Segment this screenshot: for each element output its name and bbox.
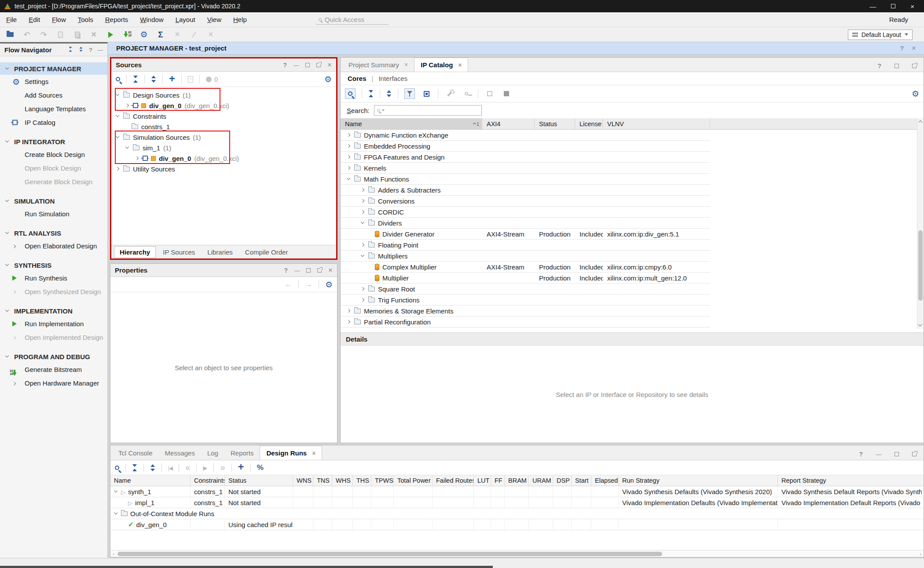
chevron-down-icon[interactable] <box>114 511 118 516</box>
help-icon[interactable] <box>859 451 863 457</box>
chevron-down-icon[interactable] <box>347 177 351 181</box>
delete-button[interactable] <box>89 30 99 40</box>
run-button[interactable] <box>106 30 115 40</box>
chevron-down-icon[interactable] <box>116 114 120 118</box>
expand-all-icon[interactable] <box>151 76 156 83</box>
tab-project-summary[interactable]: Project Summary× <box>342 58 414 72</box>
quick-access-search[interactable]: Quick Access <box>316 15 389 25</box>
ip-category-row[interactable]: Math Functions <box>341 174 710 185</box>
ip-core-row[interactable]: Complex MultiplierAXI4-StreamProductionI… <box>341 262 710 273</box>
open-project-button[interactable] <box>5 30 15 40</box>
add-repository-button[interactable] <box>421 88 432 99</box>
subtab-interfaces[interactable]: Interfaces <box>378 75 407 82</box>
chevron-right-icon[interactable] <box>361 243 365 247</box>
maximize-icon[interactable] <box>305 63 310 67</box>
gear-icon[interactable] <box>324 74 332 84</box>
scroll-right-icon[interactable]: › <box>917 551 924 557</box>
scrollbar-thumb[interactable] <box>117 552 662 556</box>
float-icon[interactable] <box>912 452 917 456</box>
help-icon[interactable] <box>283 62 287 68</box>
ip-core-row[interactable]: MultiplierProductionIncludedxilinx.com:i… <box>341 273 710 284</box>
fn-item-run-synthesis[interactable]: Run Synthesis <box>0 271 107 285</box>
run-row-synth-1[interactable]: synth_1 constrs_1 Not started Vivado Syn… <box>110 486 924 497</box>
fn-item-ip-catalog[interactable]: IP Catalog <box>0 116 107 129</box>
fn-item-run-simulation[interactable]: Run Simulation <box>0 207 107 221</box>
subtab-cores[interactable]: Cores <box>348 75 367 82</box>
tab-tcl-console[interactable]: Tcl Console <box>112 446 159 460</box>
ip-core-row[interactable]: Divider GeneratorAXI4-StreamProductionIn… <box>341 229 710 240</box>
ip-category-row[interactable]: Memories & Storage Elements <box>341 306 710 317</box>
filter-button[interactable] <box>404 88 415 99</box>
help-icon[interactable] <box>900 45 904 52</box>
tab-design-runs[interactable]: Design Runs× <box>260 446 322 460</box>
menu-file[interactable]: File <box>6 16 17 23</box>
section-header-program-debug[interactable]: PROGRAM AND DEBUG <box>0 350 107 363</box>
chevron-right-icon[interactable] <box>347 133 351 137</box>
horizontal-scrollbar[interactable]: ‹ › <box>110 550 924 557</box>
chevron-right-icon[interactable] <box>347 320 351 324</box>
help-icon[interactable] <box>89 47 92 53</box>
tab-compile-order[interactable]: Compile Order <box>240 247 293 258</box>
minimize-icon[interactable] <box>294 267 300 273</box>
section-header-implementation[interactable]: IMPLEMENTATION <box>0 305 107 317</box>
collapse-all-icon[interactable] <box>132 464 137 471</box>
close-icon[interactable]: × <box>404 61 408 68</box>
maximize-icon[interactable] <box>895 452 899 456</box>
tab-hierarchy[interactable]: Hierarchy <box>114 246 156 258</box>
tree-item-div-gen-design[interactable]: div_gen_0(div_gen_0.xci) <box>111 100 336 111</box>
minimize-icon[interactable] <box>876 451 881 457</box>
menu-reports[interactable]: Reports <box>105 16 128 23</box>
chevron-right-icon[interactable] <box>125 103 130 108</box>
collapse-all-icon[interactable] <box>133 76 138 83</box>
section-header-project-manager[interactable]: PROJECT MANAGER <box>0 62 107 75</box>
fn-item-create-block-design[interactable]: Create Block Design <box>0 148 107 161</box>
column-name[interactable]: Name <box>110 475 191 486</box>
tree-item-sim-1[interactable]: sim_1(1) <box>111 142 336 153</box>
scroll-left-icon[interactable]: ‹ <box>110 551 117 557</box>
ip-category-row[interactable]: Multipliers <box>341 251 710 262</box>
chevron-right-icon[interactable] <box>361 298 365 302</box>
maximize-icon[interactable] <box>895 64 899 68</box>
menu-view[interactable]: View <box>207 16 221 23</box>
tab-ip-catalog[interactable]: IP Catalog× <box>414 58 468 72</box>
chevron-right-icon[interactable] <box>361 287 365 291</box>
tree-item-div-gen-sim[interactable]: div_gen_0(div_gen_0.xci) <box>111 153 336 164</box>
tab-messages[interactable]: Messages <box>159 446 201 460</box>
chevron-right-icon[interactable] <box>361 210 365 214</box>
expand-all-icon[interactable] <box>79 47 83 51</box>
minimize-icon[interactable] <box>98 47 103 53</box>
scrollbar-thumb[interactable] <box>918 230 923 301</box>
ip-category-row[interactable]: Trig Functions <box>341 295 710 306</box>
column-license[interactable]: License <box>575 118 603 129</box>
search-button[interactable] <box>345 88 356 99</box>
close-icon[interactable] <box>328 266 333 274</box>
create-run-icon[interactable] <box>238 463 244 472</box>
float-icon[interactable] <box>912 64 917 68</box>
progress-icon[interactable] <box>257 463 264 472</box>
ip-category-row[interactable]: FPGA Features and Design <box>341 152 710 163</box>
chevron-down-icon[interactable] <box>114 489 118 494</box>
section-header-rtl-analysis[interactable]: RTL ANALYSIS <box>0 227 107 239</box>
scroll-up-icon[interactable] <box>918 120 923 124</box>
tree-item-constraints[interactable]: Constraints <box>111 111 336 121</box>
copy-button[interactable] <box>55 30 65 40</box>
tree-item-simulation-sources[interactable]: Simulation Sources(1) <box>111 132 336 142</box>
chevron-down-icon[interactable] <box>116 135 120 139</box>
chevron-down-icon[interactable] <box>125 146 130 150</box>
run-row-ooc-group[interactable]: Out-of-Context Module Runs <box>110 508 924 519</box>
close-icon[interactable]: × <box>312 450 315 457</box>
minimize-icon[interactable] <box>293 62 299 68</box>
close-icon[interactable] <box>327 61 332 69</box>
search-icon[interactable] <box>116 77 120 81</box>
chevron-right-icon[interactable] <box>135 156 139 160</box>
redo-button[interactable] <box>39 30 48 40</box>
menu-tools[interactable]: Tools <box>78 16 93 23</box>
tree-item-constrs-1[interactable]: constrs_1 <box>111 121 336 132</box>
scroll-down-icon[interactable] <box>918 323 923 328</box>
ip-category-row[interactable]: Kernels <box>341 163 710 174</box>
chevron-right-icon[interactable] <box>347 155 351 159</box>
close-icon[interactable]: × <box>458 62 462 69</box>
fn-item-open-hardware-manager[interactable]: Open Hardware Manager <box>0 376 107 390</box>
layout-selector[interactable]: Default Layout <box>848 29 913 40</box>
tab-libraries[interactable]: Libraries <box>202 247 238 258</box>
